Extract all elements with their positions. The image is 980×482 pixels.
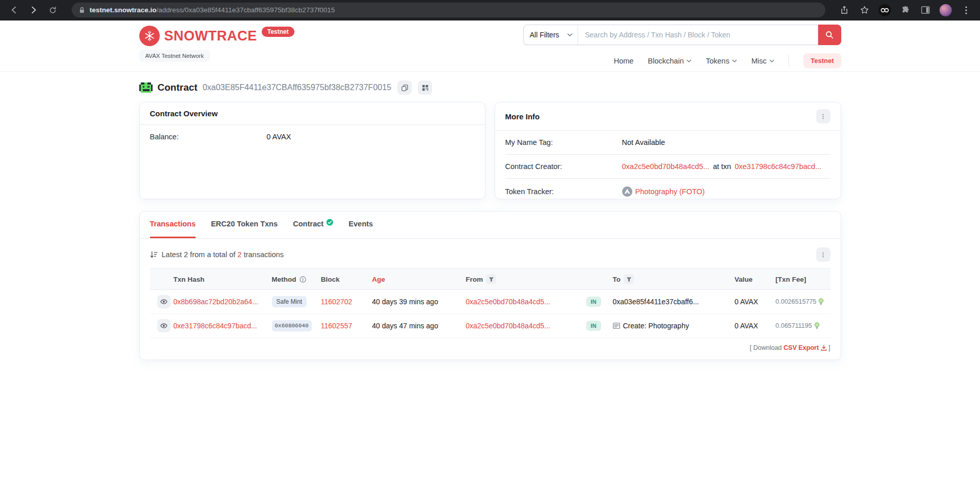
view-details-button[interactable] — [157, 319, 171, 332]
vertical-dots-icon — [822, 252, 824, 258]
browser-actions — [839, 4, 972, 16]
nav-testnet-button[interactable]: Testnet — [803, 53, 841, 68]
page-title: Contract — [158, 82, 198, 93]
sort-descending-icon — [150, 251, 158, 258]
reload-icon[interactable] — [47, 5, 58, 16]
transaction-count: 2 — [238, 250, 242, 259]
contract-creator-label: Contract Creator: — [505, 162, 622, 171]
tab-erc20-token-txns[interactable]: ERC20 Token Txns — [211, 212, 278, 238]
token-tracker-link[interactable]: Photography (FOTO) — [635, 187, 705, 196]
extension-owl-icon[interactable] — [879, 4, 891, 16]
tab-contract[interactable]: Contract — [293, 212, 333, 238]
tab-transactions[interactable]: Transactions — [150, 212, 196, 238]
name-tag-label: My Name Tag: — [505, 138, 622, 146]
more-info-menu-button[interactable] — [816, 109, 830, 123]
table-row: 0xe31798c6c84c97bacd... 0x60806040 11602… — [150, 314, 830, 338]
column-header-txn-fee: [Txn Fee] — [776, 276, 830, 283]
nav-divider — [789, 55, 789, 67]
column-header-age[interactable]: Age — [372, 276, 466, 283]
value-cell: 0 AVAX — [735, 298, 776, 306]
nav-item-blockchain[interactable]: Blockchain — [648, 57, 691, 65]
balance-label: Balance: — [150, 133, 267, 141]
profile-avatar[interactable] — [940, 4, 952, 16]
creator-address-link[interactable]: 0xa2c5e0bd70b48a4cd5... — [622, 162, 710, 171]
age-value: 40 days 39 mins ago — [372, 298, 466, 306]
back-icon[interactable] — [8, 5, 19, 16]
token-tracker-label: Token Tracker: — [505, 187, 622, 196]
info-circle-icon[interactable] — [300, 276, 306, 283]
contract-overview-card: Contract Overview Balance: 0 AVAX — [139, 102, 485, 199]
forward-icon[interactable] — [28, 5, 39, 16]
transactions-summary-row: Latest 2 from a total of 2 transactions — [150, 247, 830, 262]
search-input[interactable] — [578, 25, 818, 45]
vertical-dots-icon — [822, 113, 824, 120]
eye-icon — [160, 323, 167, 328]
side-panel-icon[interactable] — [920, 5, 931, 16]
from-address-link[interactable]: 0xa2c5e0bd70b48a4cd5... — [466, 322, 550, 330]
contract-blockie-avatar — [139, 81, 153, 94]
qr-code-icon — [422, 85, 429, 91]
eye-icon — [160, 299, 167, 304]
table-row: 0x8b698ac72bd20b2a64... Safe Mint 116027… — [150, 290, 830, 314]
to-address: 0xa03e85f4411e37cbaff6... — [613, 298, 699, 306]
from-address-link[interactable]: 0xa2c5e0bd70b48a4cd5... — [466, 298, 550, 306]
transactions-panel: Transactions ERC20 Token Txns Contract E… — [139, 211, 841, 360]
nav-item-tokens[interactable]: Tokens — [706, 57, 737, 65]
transactions-menu-button[interactable] — [816, 247, 830, 262]
transactions-table: Txn Hash Method Block Age From — [150, 268, 830, 338]
to-filter-button[interactable] — [624, 274, 634, 284]
txn-hash-link[interactable]: 0xe31798c6c84c97bacd... — [174, 322, 257, 330]
contract-creator-row: Contract Creator: 0xa2c5e0bd70b48a4cd5..… — [505, 154, 830, 178]
download-icon — [821, 345, 827, 351]
address-bar[interactable]: testnet.snowtrace.io/address/0xa03e85f44… — [72, 3, 825, 17]
funnel-icon — [626, 277, 632, 282]
bookmark-star-icon[interactable] — [859, 5, 870, 16]
method-badge: Safe Mint — [272, 296, 307, 307]
share-icon[interactable] — [839, 5, 850, 16]
funnel-icon — [488, 277, 494, 282]
network-label: AVAX Testnet Network — [139, 50, 210, 62]
from-filter-button[interactable] — [486, 274, 496, 284]
more-info-card-title: More Info — [505, 112, 540, 121]
creator-txn-link[interactable]: 0xe31798c6c84c97bacd... — [735, 162, 821, 171]
direction-badge: IN — [586, 321, 602, 331]
qr-code-button[interactable] — [418, 80, 432, 95]
token-logo-icon — [622, 186, 632, 197]
logo-wordmark[interactable]: SNOWTRACE — [164, 28, 258, 44]
block-link[interactable]: 11602557 — [321, 322, 352, 330]
block-link[interactable]: 11602702 — [321, 298, 352, 306]
nav-item-misc[interactable]: Misc — [751, 57, 774, 65]
column-header-to: To — [613, 274, 735, 284]
column-header-block: Block — [321, 276, 372, 283]
method-badge: 0x60806040 — [272, 320, 312, 331]
table-footer: [ Download CSV Export ] — [150, 344, 830, 351]
tab-bar: Transactions ERC20 Token Txns Contract E… — [140, 212, 841, 239]
direction-badge: IN — [586, 297, 602, 307]
top-navigation: Home Blockchain Tokens Misc Testnet — [614, 53, 841, 68]
page-url: testnet.snowtrace.io/address/0xa03e85f44… — [90, 6, 335, 14]
txn-hash-link[interactable]: 0x8b698ac72bd20b2a64... — [174, 298, 259, 306]
balance-row: Balance: 0 AVAX — [150, 125, 475, 149]
search-button[interactable] — [818, 25, 841, 45]
copy-address-button[interactable] — [397, 80, 412, 95]
nav-item-home[interactable]: Home — [614, 57, 634, 65]
csv-export-link[interactable]: CSV Export — [783, 344, 819, 351]
page-title-row: Contract 0xa03E85F4411e37CBAff635975bf38… — [139, 80, 841, 95]
overview-cards: Contract Overview Balance: 0 AVAX More I… — [139, 102, 841, 199]
snowtrace-logo-icon[interactable] — [139, 26, 160, 46]
browser-menu-icon[interactable] — [961, 5, 972, 16]
verified-check-icon — [326, 219, 333, 226]
tab-events[interactable]: Events — [349, 212, 373, 238]
chevron-down-icon — [567, 33, 572, 36]
chevron-down-icon — [770, 59, 774, 62]
txn-fee-value: 0.0026515775 — [776, 298, 817, 305]
magnifier-icon — [825, 31, 834, 39]
age-value: 40 days 47 mins ago — [372, 322, 466, 330]
search-filters-select[interactable]: All Filters — [523, 25, 578, 45]
view-details-button[interactable] — [157, 295, 171, 308]
column-header-value: Value — [735, 276, 776, 283]
extensions-puzzle-icon[interactable] — [900, 5, 911, 16]
copy-icon — [401, 85, 408, 91]
search-bar: All Filters — [523, 25, 841, 45]
name-tag-row: My Name Tag: Not Available — [505, 131, 830, 154]
